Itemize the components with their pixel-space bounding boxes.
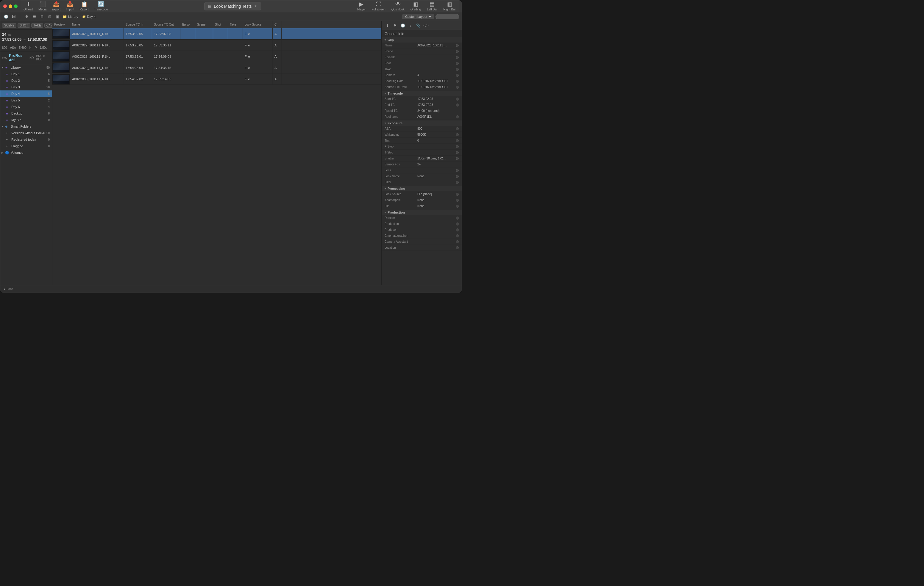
- day1-item[interactable]: ★ Day 1 6: [0, 71, 52, 77]
- col-header-tc-out[interactable]: Source TC Out: [152, 21, 180, 28]
- tint-dot[interactable]: [456, 139, 459, 142]
- clock2-icon[interactable]: 🕐: [399, 22, 406, 29]
- producer-dot[interactable]: [456, 229, 459, 231]
- scene-badge[interactable]: SCENE: [2, 23, 16, 28]
- flagged-item[interactable]: ✦ Flagged 0: [0, 143, 52, 149]
- asa-field-dot[interactable]: [456, 127, 459, 130]
- col-header-preview[interactable]: Preview: [53, 21, 70, 28]
- backup-item[interactable]: ★ Backup 8: [0, 110, 52, 117]
- flip-dot[interactable]: [456, 205, 459, 207]
- fstop-field-dot[interactable]: [456, 145, 459, 148]
- episode-dot[interactable]: [456, 56, 459, 59]
- left-bar-button[interactable]: ▤ Left Bar: [427, 2, 437, 11]
- clip-row-4[interactable]: A002C030_160111_R1KL 17:54:52.02 17:55:1…: [53, 74, 381, 85]
- report-button[interactable]: 📋 Report: [80, 2, 89, 11]
- layout-dropdown[interactable]: Custom Layout ▼: [403, 14, 434, 19]
- breadcrumb-day4[interactable]: 📁 Day 4: [82, 15, 96, 18]
- day5-item[interactable]: ★ Day 5 2: [0, 97, 52, 104]
- player-button[interactable]: ▶ Player: [357, 2, 366, 11]
- table-view-icon[interactable]: ⊟: [46, 13, 53, 20]
- scene-dot[interactable]: [456, 50, 459, 53]
- code-icon[interactable]: </>: [423, 22, 429, 29]
- import-button[interactable]: 📥 Import: [66, 2, 74, 11]
- col-header-shot[interactable]: Shot: [213, 21, 228, 28]
- camera-dot[interactable]: [456, 74, 459, 77]
- day4-item[interactable]: ★ Day 4 5: [0, 91, 52, 97]
- timecode-section-header[interactable]: ▼ Timecode: [382, 91, 462, 96]
- director-dot[interactable]: [456, 217, 459, 219]
- look-name-dot[interactable]: [456, 175, 459, 178]
- close-button[interactable]: [3, 5, 7, 8]
- col-header-name[interactable]: Name: [70, 21, 124, 28]
- start-tc-dot[interactable]: [456, 97, 459, 100]
- col-header-scene[interactable]: Scene: [195, 21, 213, 28]
- smart-folders-header[interactable]: ▼ ⊕ Smart Folders: [0, 123, 52, 130]
- reelname-dot[interactable]: [456, 115, 459, 119]
- shooting-date-dot[interactable]: [456, 80, 459, 83]
- right-bar-button[interactable]: ▥ Right Bar: [443, 2, 456, 11]
- cinematographer-dot[interactable]: [456, 234, 459, 237]
- shot-badge[interactable]: SHOT: [18, 23, 30, 28]
- audio-icon[interactable]: ♪: [407, 22, 414, 29]
- list-view-icon[interactable]: ☰: [31, 13, 38, 20]
- registered-today-item[interactable]: ✦ Registered today 0: [0, 136, 52, 143]
- attach-icon[interactable]: 📎: [415, 22, 421, 29]
- volumes-header[interactable]: ▶ 🔵 Volumes: [0, 149, 52, 156]
- minimize-button[interactable]: [8, 5, 12, 8]
- production-dot[interactable]: [456, 222, 459, 226]
- tstop-dot[interactable]: [456, 151, 459, 154]
- clip-section-header[interactable]: ▼ Clip: [382, 37, 462, 43]
- fullscreen-button[interactable]: [14, 5, 18, 8]
- camera-assistant-dot[interactable]: [456, 240, 459, 243]
- whitepoint-dot[interactable]: [456, 133, 459, 136]
- name-dot[interactable]: [456, 44, 459, 47]
- col-header-extra[interactable]: C: [273, 21, 282, 28]
- filter-dot[interactable]: [456, 181, 459, 184]
- clip-row-3[interactable]: A002C029_160111_R1KL 17:54:28.04 17:54:3…: [53, 62, 381, 74]
- export-button[interactable]: 📤 Export: [52, 2, 60, 11]
- location-dot[interactable]: [456, 246, 459, 249]
- col-header-look[interactable]: Look Source: [243, 21, 273, 28]
- breadcrumb-library[interactable]: 📁 Library: [63, 15, 78, 19]
- day2-item[interactable]: ★ Day 2 5: [0, 77, 52, 84]
- timecode-triangle: ▼: [384, 92, 386, 95]
- clock-icon[interactable]: 🕐: [3, 13, 9, 20]
- clip-row-0[interactable]: A002C026_160111_R1KL 17:53:02.05 17:53:0…: [53, 28, 381, 40]
- clip-row-1[interactable]: A002C027_160111_R1KL 17:53:26.05 17:53:3…: [53, 40, 381, 51]
- col-header-take[interactable]: Take: [228, 21, 243, 28]
- media-button[interactable]: ⬛ Media: [38, 2, 46, 11]
- flag-icon[interactable]: ⚑: [392, 22, 398, 29]
- search-input[interactable]: [436, 14, 459, 19]
- grid-view-icon[interactable]: ⊞: [39, 13, 45, 20]
- lens-dot[interactable]: [456, 169, 459, 172]
- day6-item[interactable]: ★ Day 6 4: [0, 104, 52, 110]
- quicklook-button[interactable]: 👁 Quicklook: [391, 2, 404, 11]
- info-icon[interactable]: ℹ: [384, 22, 391, 29]
- library-section-header[interactable]: ▼ ★ Library 50: [0, 64, 52, 71]
- offload-button[interactable]: ⬆ Offload: [23, 2, 33, 11]
- exposure-section-header[interactable]: ▼ Exposure: [382, 120, 462, 126]
- end-tc-dot[interactable]: [456, 104, 459, 107]
- col-header-tc-in[interactable]: Source TC In: [124, 21, 152, 28]
- take-dot[interactable]: [456, 68, 459, 71]
- fullscreen-btn[interactable]: ⛶ Fullscreen: [372, 2, 386, 11]
- settings-icon[interactable]: ⚙: [23, 13, 30, 20]
- col-header-episo[interactable]: Episo: [180, 21, 195, 28]
- look-source-dot[interactable]: [456, 193, 459, 196]
- shutter-dot[interactable]: [456, 157, 459, 160]
- take-badge[interactable]: TAKE: [31, 23, 43, 28]
- film-icon[interactable]: 🎞: [10, 13, 17, 20]
- transcode-button[interactable]: 🔄 Transcode: [94, 2, 108, 11]
- filmstrip-icon[interactable]: ▣: [54, 13, 61, 20]
- day3-item[interactable]: ★ Day 3 20: [0, 84, 52, 91]
- versions-without-backup-item[interactable]: ✦ Versions without Backup 50: [0, 130, 52, 136]
- day3-count: 20: [46, 86, 50, 89]
- shot-dot[interactable]: [456, 62, 459, 65]
- source-file-date-dot[interactable]: [456, 86, 459, 89]
- anamorphic-dot[interactable]: [456, 199, 459, 202]
- production-section-header[interactable]: ▼ Production: [382, 210, 462, 215]
- grading-button[interactable]: ◧ Grading: [411, 2, 421, 11]
- processing-section-header[interactable]: ▼ Processing: [382, 186, 462, 191]
- mybin-item[interactable]: ★ My Bin 0: [0, 117, 52, 123]
- clip-row-2[interactable]: A002C028_160111_R1KL 17:53:56.01 17:54:0…: [53, 51, 381, 62]
